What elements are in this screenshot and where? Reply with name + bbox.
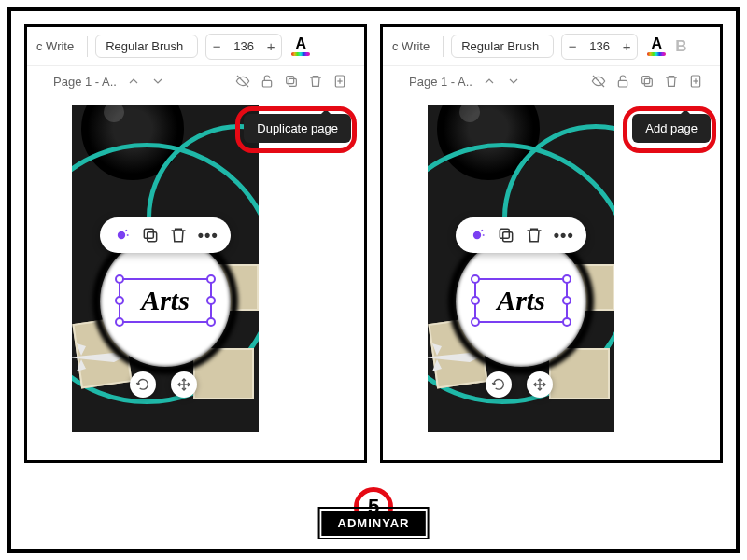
page-label[interactable]: Page 1 - A.. (53, 75, 117, 89)
chevron-up-icon[interactable] (482, 74, 497, 89)
resize-handle[interactable] (206, 317, 216, 327)
divider (443, 36, 444, 57)
resize-handle[interactable] (471, 296, 480, 305)
copy-icon[interactable] (497, 226, 515, 245)
text-element-selected[interactable]: Arts (119, 278, 212, 323)
resize-handle[interactable] (471, 317, 480, 327)
resize-handle[interactable] (115, 296, 124, 305)
arts-text-content: Arts (497, 285, 545, 316)
rotate-handle[interactable] (130, 371, 156, 398)
duplicate-icon[interactable] (284, 74, 299, 89)
svg-rect-9 (144, 229, 153, 238)
divider (87, 36, 88, 57)
size-plus-button[interactable]: + (261, 38, 281, 54)
resize-handle[interactable] (562, 317, 571, 327)
svg-rect-15 (642, 77, 650, 84)
svg-rect-1 (262, 80, 271, 87)
size-minus-button[interactable]: − (206, 38, 227, 54)
top-toolbar: c Write Regular Brush − 136 + A (27, 27, 364, 66)
rainbow-bar (647, 52, 666, 56)
trash-icon[interactable] (169, 226, 188, 245)
font-size-stepper: − 136 + (205, 34, 282, 60)
duplicate-icon[interactable] (640, 74, 655, 89)
text-color-icon: A (295, 36, 306, 51)
add-page-icon[interactable] (332, 74, 347, 89)
trash-icon[interactable] (308, 74, 323, 89)
page-label[interactable]: Page 1 - A.. (409, 75, 472, 89)
resize-handle[interactable] (562, 296, 571, 305)
add-page-icon[interactable] (688, 74, 703, 89)
panel-duplicate: c Write Regular Brush − 136 + A Page 1 -… (24, 24, 367, 463)
page-actions (235, 74, 347, 89)
text-color-icon: A (651, 36, 662, 51)
design-canvas[interactable]: Arts ••• (72, 105, 259, 432)
element-toolbar: ••• (456, 217, 586, 253)
panel-addpage: c Write Regular Brush − 136 + A B Page 1… (380, 24, 723, 463)
magic-write-label[interactable]: c Write (387, 39, 435, 53)
element-toolbar: ••• (100, 217, 231, 253)
size-value[interactable]: 136 (583, 39, 616, 53)
rotate-handle[interactable] (486, 371, 512, 398)
resize-handle[interactable] (471, 274, 480, 284)
page-navigator: Page 1 - A.. (383, 66, 720, 92)
resize-handle[interactable] (206, 296, 216, 305)
size-plus-button[interactable]: + (616, 38, 637, 54)
text-color-picker[interactable]: A (289, 36, 312, 56)
svg-rect-20 (502, 232, 512, 242)
font-size-stepper: − 136 + (561, 34, 638, 60)
resize-handle[interactable] (206, 274, 216, 284)
credit-badge: ADMINYAR (322, 511, 426, 536)
magic-icon[interactable] (468, 226, 486, 245)
top-toolbar: c Write Regular Brush − 136 + A B (383, 27, 720, 66)
resize-handle[interactable] (562, 274, 571, 284)
svg-rect-2 (289, 78, 296, 86)
move-handle[interactable] (171, 371, 197, 398)
lock-icon[interactable] (615, 74, 630, 89)
chevron-down-icon[interactable] (150, 74, 165, 89)
chevron-up-icon[interactable] (126, 74, 141, 89)
more-icon[interactable]: ••• (198, 226, 218, 245)
trash-icon[interactable] (525, 226, 543, 245)
lock-icon[interactable] (260, 74, 275, 89)
rainbow-bar (291, 52, 310, 56)
font-picker[interactable]: Regular Brush (451, 35, 554, 58)
svg-rect-3 (287, 77, 294, 84)
copy-icon[interactable] (141, 226, 160, 245)
panels-row: c Write Regular Brush − 136 + A Page 1 -… (11, 11, 736, 476)
svg-rect-14 (644, 78, 652, 86)
text-element-selected[interactable]: Arts (474, 278, 568, 323)
magic-icon[interactable] (112, 226, 131, 245)
chevron-down-icon[interactable] (506, 74, 521, 89)
transform-handles (130, 371, 197, 398)
svg-rect-8 (147, 232, 156, 242)
resize-handle[interactable] (115, 317, 124, 327)
resize-handle[interactable] (115, 274, 124, 284)
transform-handles (486, 371, 553, 398)
duplicate-page-tooltip: Duplicate page (244, 114, 351, 143)
magic-write-label[interactable]: c Write (31, 39, 79, 53)
page-navigator: Page 1 - A.. (27, 66, 364, 92)
add-page-tooltip: Add page (632, 114, 711, 143)
eye-off-icon[interactable] (591, 74, 606, 89)
text-color-picker[interactable]: A (645, 36, 668, 56)
size-minus-button[interactable]: − (562, 38, 583, 54)
page-actions (591, 74, 703, 89)
arts-text-content: Arts (141, 285, 190, 316)
eye-off-icon[interactable] (235, 74, 250, 89)
svg-rect-13 (618, 80, 627, 87)
svg-rect-21 (500, 229, 509, 238)
move-handle[interactable] (527, 371, 553, 398)
tutorial-frame: c Write Regular Brush − 136 + A Page 1 -… (7, 7, 740, 553)
trash-icon[interactable] (664, 74, 679, 89)
design-canvas[interactable]: Arts ••• (428, 105, 614, 432)
svg-point-7 (118, 231, 125, 239)
more-icon[interactable]: ••• (554, 226, 574, 245)
font-picker[interactable]: Regular Brush (95, 35, 198, 58)
size-value[interactable]: 136 (227, 39, 261, 53)
bold-button[interactable]: B (675, 37, 686, 56)
svg-point-19 (473, 231, 481, 239)
